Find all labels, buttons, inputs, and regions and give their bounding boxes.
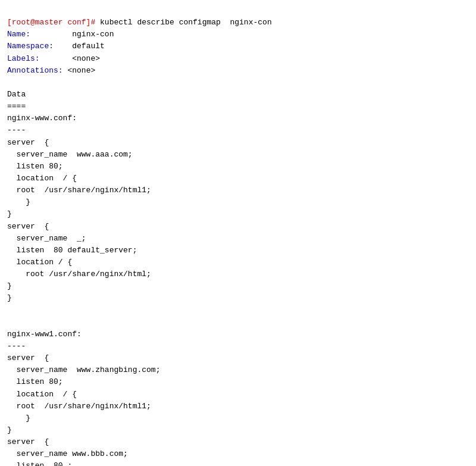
listen-2: listen 80 default_server; (7, 246, 137, 255)
listen-3: listen 80; (7, 377, 63, 386)
nginx-www1-conf-header: nginx-www1.conf: (7, 330, 82, 339)
nginx-www-conf-dash: ---- (7, 126, 26, 135)
namespace-line: Namespace: default (7, 42, 105, 51)
data-separator: ==== (7, 102, 26, 111)
location-2: location / { (7, 258, 72, 267)
close-server-1: } (7, 209, 12, 218)
server-name-1: server_name www.aaa.com; (7, 150, 133, 159)
root-1: root /usr/share/nginx/html1; (7, 186, 151, 195)
location-1: location / { (7, 174, 77, 183)
nginx-www1-conf-dash: ---- (7, 342, 26, 351)
terminal-output: [root@master conf]# kubectl describe con… (7, 5, 469, 466)
prompt: [root@master conf]# (7, 18, 100, 27)
root-3: root /usr/share/nginx/html1; (7, 402, 151, 411)
annotations-line: Annotations: <none> (7, 66, 95, 75)
location-3: location / { (7, 390, 77, 399)
close-server-3: } (7, 426, 12, 434)
listen-1: listen 80; (7, 162, 63, 171)
close-server-2: } (7, 293, 12, 302)
close-brace-3: } (7, 414, 30, 423)
data-header: Data (7, 90, 26, 99)
listen-4: listen 80 ; (7, 461, 72, 466)
root-2: root /usr/share/nginx/html; (7, 270, 151, 279)
nginx-www-conf-header: nginx-www.conf: (7, 114, 77, 123)
close-brace-2: } (7, 282, 12, 290)
server-name-2: server_name _; (7, 234, 86, 243)
name-line: Name: nginx-con (7, 30, 114, 39)
labels-line: Labels: <none> (7, 54, 100, 63)
server-block-2: server { (7, 222, 49, 231)
server-block-1: server { (7, 138, 49, 147)
close-brace-1: } (7, 198, 30, 207)
server-name-3: server_name www.zhangbing.com; (7, 365, 160, 374)
server-block-3: server { (7, 354, 49, 362)
server-name-4: server_name www.bbb.com; (7, 449, 128, 458)
command: kubectl describe configmap nginx-con (100, 18, 272, 27)
server-block-4: server { (7, 437, 49, 446)
